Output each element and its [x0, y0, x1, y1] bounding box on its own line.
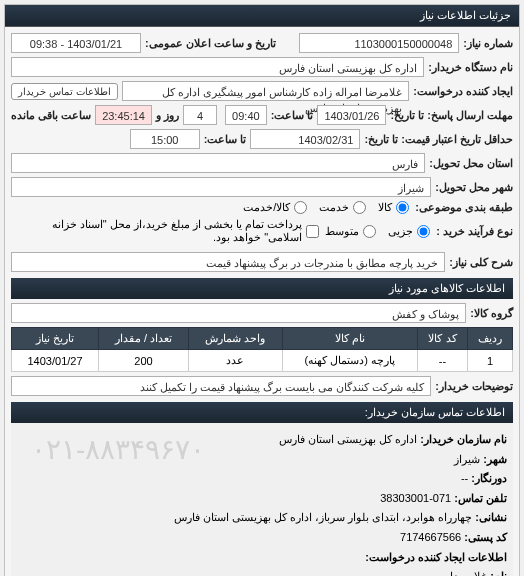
desc-label: شرح کلی نیاز: [449, 256, 513, 269]
process-label: نوع فرآیند خرید : [436, 225, 513, 238]
org-value: اداره کل بهزیستی استان فارس [279, 433, 417, 445]
zone-label: دورنگار: [471, 472, 507, 484]
col-unit: واحد شمارش [188, 328, 282, 350]
col-name: نام کالا [282, 328, 417, 350]
cell-date: 1403/01/27 [12, 350, 99, 372]
panel-title: جزئیات اطلاعات نیاز [5, 5, 519, 27]
buyer-notes-label: توضیحات خریدار: [435, 380, 513, 393]
ccity-label: شهر: [483, 453, 507, 465]
cell-code: -- [417, 350, 467, 372]
pub-date-field: 1403/01/21 - 09:38 [11, 33, 141, 53]
contact-section-title: اطلاعات تماس سازمان خریدار: [11, 402, 513, 423]
cell-unit: عدد [188, 350, 282, 372]
cell-idx: 1 [468, 350, 513, 372]
fname-value: غلامرضا [450, 570, 487, 576]
deadline-label: مهلت ارسال پاسخ: تا تاریخ: [390, 109, 513, 122]
remaining-label: ساعت باقی مانده [11, 109, 91, 122]
cat-both-input[interactable] [294, 201, 307, 214]
buyer-contact-button[interactable]: اطلاعات تماس خریدار [11, 83, 118, 100]
cat-service-label: خدمت [319, 201, 349, 214]
creator-title: اطلاعات ایجاد کننده درخواست: [365, 551, 507, 563]
req-no-field: 1103000150000048 [299, 33, 459, 53]
creator-label: ایجاد کننده درخواست: [413, 85, 513, 98]
category-label: طبقه بندی موضوعی: [415, 201, 513, 214]
cphone-label: تلفن تماس: [454, 492, 507, 504]
remaining-days-field: 4 [183, 105, 217, 125]
deadline-date-field: 1403/01/26 [317, 105, 386, 125]
province-label: استان محل تحویل: [429, 157, 513, 170]
proc-partial-input[interactable] [417, 225, 430, 238]
postal-label: کد پستی: [464, 531, 507, 543]
deadline-time-label: تا ساعت: [271, 109, 314, 122]
col-idx: ردیف [468, 328, 513, 350]
cat-goods-label: کالا [378, 201, 392, 214]
postal-value: 7174667566 [400, 531, 461, 543]
cat-service-radio[interactable]: خدمت [319, 201, 368, 214]
table-row[interactable]: 1 -- پارچه (دستمال کهنه) عدد 200 1403/01… [12, 350, 513, 372]
buyer-notes-field: کلیه شرکت کنندگان می بایست برگ پیشنهاد ق… [11, 376, 431, 396]
days-label: روز و [156, 109, 179, 122]
desc-field: خرید پارچه مطابق با مندرجات در برگ پیشنه… [11, 252, 445, 272]
proc-note-checkbox[interactable] [306, 225, 319, 238]
cat-goods-radio[interactable]: کالا [378, 201, 411, 214]
proc-medium-radio[interactable]: متوسط [325, 225, 378, 238]
pub-date-label: تاریخ و ساعت اعلان عمومی: [145, 37, 276, 50]
cell-name: پارچه (دستمال کهنه) [282, 350, 417, 372]
cat-goods-input[interactable] [396, 201, 409, 214]
cphone-value: 071-38303001 [380, 492, 451, 504]
proc-medium-label: متوسط [325, 225, 359, 238]
goods-table: ردیف کد کالا نام کالا واحد شمارش تعداد /… [11, 327, 513, 372]
cat-service-input[interactable] [353, 201, 366, 214]
cat-both-radio[interactable]: کالا/خدمت [243, 201, 309, 214]
contact-info-block: ۰۲۱-۸۸۳۴۹۶۷۰ نام سازمان خریدار: اداره کل… [11, 423, 513, 576]
ccity-value: شیراز [454, 453, 480, 465]
remaining-time-field: 23:45:14 [95, 105, 152, 125]
col-qty: تعداد / مقدار [99, 328, 189, 350]
city-label: شهر محل تحویل: [435, 181, 513, 194]
deadline-time-field: 09:40 [225, 105, 267, 125]
requester-name-label: نام دستگاه خریدار: [428, 61, 513, 74]
creator-field: غلامرضا امراله زاده کارشناس امور پیشگیری… [122, 81, 410, 101]
goods-section-title: اطلاعات کالاهای مورد نیاز [11, 278, 513, 299]
fname-label: نام: [490, 570, 507, 576]
validity-date-field: 1403/02/31 [250, 129, 360, 149]
goods-group-label: گروه کالا: [470, 307, 513, 320]
req-no-label: شماره نیاز: [463, 37, 513, 50]
city-field: شیراز [11, 177, 431, 197]
addr-value: چهارراه هوابرد، ابتدای بلوار سرباز، ادار… [174, 511, 473, 523]
cat-both-label: کالا/خدمت [243, 201, 290, 214]
cell-qty: 200 [99, 350, 189, 372]
validity-time-label: تا ساعت: [204, 133, 247, 146]
col-code: کد کالا [417, 328, 467, 350]
addr-label: نشانی: [475, 511, 507, 523]
province-field: فارس [11, 153, 425, 173]
proc-partial-label: جزیی [388, 225, 413, 238]
zone-value: -- [461, 472, 468, 484]
proc-partial-radio[interactable]: جزیی [388, 225, 432, 238]
proc-note-label: پرداخت تمام یا بخشی از مبلغ خرید،از محل … [11, 218, 302, 244]
col-date: تاریخ نیاز [12, 328, 99, 350]
proc-note-check[interactable]: پرداخت تمام یا بخشی از مبلغ خرید،از محل … [11, 218, 321, 244]
requester-name-field: اداره کل بهزیستی استان فارس [11, 57, 424, 77]
org-label: نام سازمان خریدار: [420, 433, 507, 445]
validity-time-field: 15:00 [130, 129, 200, 149]
validity-label: حداقل تاریخ اعتبار قیمت: تا تاریخ: [364, 133, 513, 146]
goods-group-field: پوشاک و کفش [11, 303, 466, 323]
proc-medium-input[interactable] [363, 225, 376, 238]
